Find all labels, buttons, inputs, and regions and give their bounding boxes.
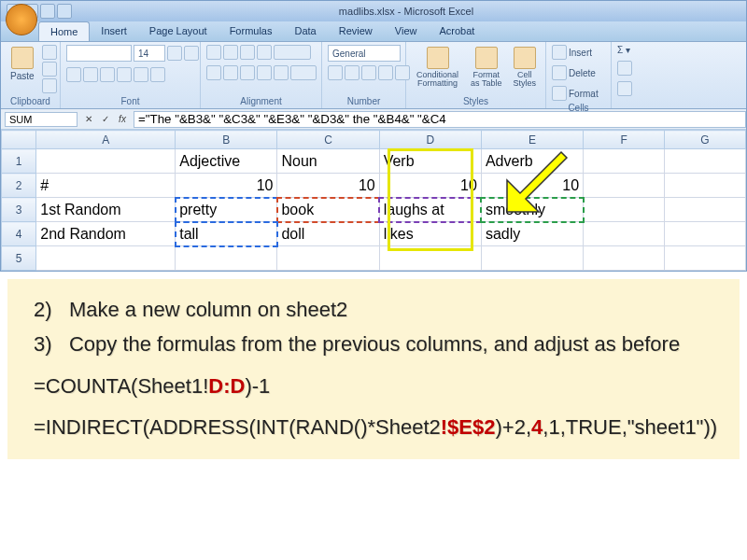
cell-g1[interactable] — [665, 149, 746, 174]
format-painter-icon[interactable] — [42, 78, 57, 93]
comma-icon[interactable] — [361, 65, 376, 80]
cell-a3[interactable]: 1st Random — [36, 198, 176, 222]
cell-styles-button[interactable]: Cell Styles — [510, 45, 541, 90]
col-header-d[interactable]: D — [379, 131, 481, 149]
merge-center-icon[interactable] — [290, 65, 317, 80]
row-header-2[interactable]: 2 — [2, 174, 36, 198]
align-middle-icon[interactable] — [223, 45, 238, 60]
cell-d4[interactable]: likes — [379, 222, 481, 246]
italic-icon[interactable] — [83, 67, 98, 82]
enter-formula-icon[interactable]: ✓ — [98, 112, 113, 127]
cell-e3[interactable]: smoothly — [481, 198, 583, 222]
cell-g4[interactable] — [665, 222, 746, 246]
name-box[interactable] — [5, 112, 78, 127]
format-as-table-button[interactable]: Format as Table — [467, 45, 505, 90]
select-all-corner[interactable] — [2, 131, 36, 149]
qat-more-icon[interactable] — [57, 4, 72, 19]
insert-cells-icon[interactable] — [552, 45, 567, 60]
increase-indent-icon[interactable] — [274, 65, 289, 80]
align-right-icon[interactable] — [240, 65, 255, 80]
tab-acrobat[interactable]: Acrobat — [428, 21, 486, 41]
cell-b5[interactable] — [176, 246, 277, 271]
bold-icon[interactable] — [66, 67, 81, 82]
cell-d3[interactable]: laughs at — [379, 198, 481, 222]
cell-d2[interactable]: 10 — [379, 174, 481, 198]
cell-f4[interactable] — [584, 222, 665, 246]
cell-f3[interactable] — [584, 198, 665, 222]
cell-a1[interactable] — [36, 149, 176, 174]
cell-c3[interactable]: book — [277, 198, 379, 222]
cell-f5[interactable] — [584, 246, 665, 271]
cell-g3[interactable] — [665, 198, 746, 222]
fill-icon[interactable] — [617, 61, 632, 76]
shrink-font-icon[interactable] — [184, 46, 199, 61]
paste-button[interactable]: Paste — [7, 45, 38, 83]
cell-a5[interactable] — [36, 246, 176, 271]
cell-c1[interactable]: Noun — [277, 149, 379, 174]
tab-page-layout[interactable]: Page Layout — [138, 21, 218, 41]
cell-g5[interactable] — [665, 246, 746, 271]
copy-icon[interactable] — [42, 62, 57, 77]
col-header-f[interactable]: F — [584, 131, 665, 149]
cell-e1[interactable]: Adverb — [481, 149, 583, 174]
tab-insert[interactable]: Insert — [90, 21, 138, 41]
cell-a4[interactable]: 2nd Random — [36, 222, 176, 246]
cell-b1[interactable]: Adjective — [176, 149, 277, 174]
underline-icon[interactable] — [100, 67, 115, 82]
cell-e5[interactable] — [481, 246, 583, 271]
tab-formulas[interactable]: Formulas — [218, 21, 284, 41]
cell-f1[interactable] — [584, 149, 665, 174]
number-format-combo[interactable]: General — [328, 45, 401, 62]
clear-icon[interactable] — [617, 81, 632, 96]
row-header-1[interactable]: 1 — [2, 149, 36, 174]
fill-color-icon[interactable] — [134, 67, 148, 82]
row-header-5[interactable]: 5 — [2, 246, 36, 271]
tab-data[interactable]: Data — [283, 21, 327, 41]
cancel-formula-icon[interactable]: ✕ — [81, 112, 96, 127]
cell-d1[interactable]: Verb — [379, 149, 481, 174]
office-button[interactable] — [6, 4, 37, 35]
fx-icon[interactable]: fx — [115, 112, 130, 127]
percent-icon[interactable] — [345, 65, 359, 80]
col-header-a[interactable]: A — [36, 131, 176, 149]
delete-cells-icon[interactable] — [552, 65, 567, 80]
cell-g2[interactable] — [665, 174, 746, 198]
col-header-b[interactable]: B — [176, 131, 277, 149]
cell-d5[interactable] — [379, 246, 481, 271]
cell-a2[interactable]: # — [36, 174, 176, 198]
cell-f2[interactable] — [584, 174, 665, 198]
conditional-formatting-button[interactable]: Conditional Formatting — [412, 45, 463, 90]
tab-review[interactable]: Review — [328, 21, 384, 41]
accounting-icon[interactable] — [328, 65, 343, 80]
cell-e2[interactable]: 10 — [481, 174, 583, 198]
align-center-icon[interactable] — [223, 65, 238, 80]
align-bottom-icon[interactable] — [240, 45, 255, 60]
border-icon[interactable] — [117, 67, 132, 82]
autosum-icon[interactable]: Σ ▾ — [617, 45, 630, 55]
orientation-icon[interactable] — [257, 45, 272, 60]
col-header-g[interactable]: G — [665, 131, 746, 149]
cell-b3[interactable]: pretty — [176, 198, 277, 222]
font-color-icon[interactable] — [150, 67, 165, 82]
cell-b4[interactable]: tall — [176, 222, 277, 246]
tab-view[interactable]: View — [384, 21, 429, 41]
align-left-icon[interactable] — [206, 65, 221, 80]
cell-c5[interactable] — [277, 246, 379, 271]
cell-e4[interactable]: sadly — [481, 222, 583, 246]
col-header-e[interactable]: E — [481, 131, 583, 149]
increase-decimal-icon[interactable] — [378, 65, 393, 80]
col-header-c[interactable]: C — [277, 131, 379, 149]
format-cells-icon[interactable] — [552, 86, 567, 101]
formula-input[interactable] — [134, 111, 746, 128]
decrease-indent-icon[interactable] — [257, 65, 272, 80]
row-header-3[interactable]: 3 — [2, 198, 36, 222]
tab-home[interactable]: Home — [38, 21, 90, 41]
cell-b2[interactable]: 10 — [176, 174, 277, 198]
wrap-text-icon[interactable] — [274, 45, 311, 60]
grow-font-icon[interactable] — [167, 46, 182, 61]
font-size-combo[interactable]: 14 — [134, 45, 165, 62]
font-family-combo[interactable] — [66, 45, 132, 62]
redo-icon[interactable] — [40, 4, 55, 19]
cell-c2[interactable]: 10 — [277, 174, 379, 198]
row-header-4[interactable]: 4 — [2, 222, 36, 246]
